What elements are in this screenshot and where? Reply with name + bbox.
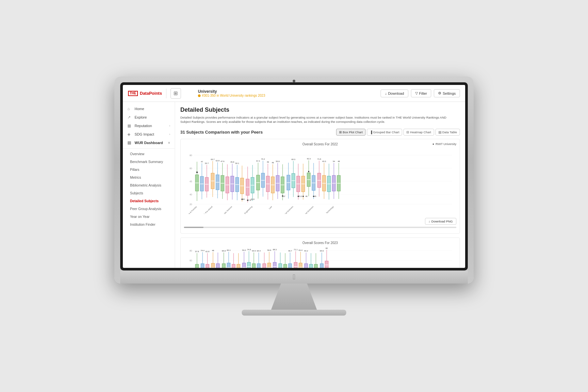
svg-text:37: 37	[283, 195, 286, 197]
settings-button[interactable]: ⚙ Settings	[434, 89, 460, 97]
svg-rect-255	[325, 261, 328, 268]
svg-text:54: 54	[333, 160, 335, 162]
boxplot-group-6: 47.6	[220, 160, 224, 199]
chevron-reputation: ›	[169, 124, 170, 127]
app-logo: THE DataPoints	[128, 91, 162, 96]
sidebar-item-institution-finder[interactable]: Institution Finder	[123, 220, 175, 228]
brand-name: DataPoints	[140, 91, 162, 96]
svg-text:71.6: 71.6	[317, 158, 321, 160]
svg-text:49: 49	[267, 161, 269, 163]
sidebar-item-explore[interactable]: ↗ Explore	[123, 113, 175, 122]
boxplot-group-4: 63.7	[211, 158, 215, 197]
main-content: Detailed Subjects Detailed Subjects prov…	[175, 102, 465, 268]
sidebar-item-subjects[interactable]: Subjects	[123, 189, 175, 197]
boxplot-group-3: 52.7	[205, 162, 209, 198]
tab-data-table-label: Data Table	[442, 130, 457, 134]
top-bar-actions: ↓ Download ▽ Filter ⚙ Settings	[381, 89, 460, 97]
box-plot-svg-2022: 80 60 45 40 20	[184, 149, 452, 214]
bp2023-18: 39	[284, 253, 288, 268]
sidebar-label-pillars: Pillars	[130, 168, 139, 172]
sidebar-item-pillars[interactable]: Pillars	[123, 166, 175, 173]
tab-heatmap[interactable]: ⊟ Heatmap Chart	[403, 129, 434, 136]
university-rank: #301-350 in World University rankings 20…	[198, 94, 377, 97]
legend-label: RMIT University	[435, 142, 456, 146]
tab-data-table[interactable]: ▤ Data Table	[435, 129, 460, 136]
chart-2023: Overall Scores For 2023	[180, 237, 460, 268]
bp2023-7: 60.1	[227, 249, 231, 268]
scrollbar-2022[interactable]	[184, 227, 456, 228]
sidebar-item-bibliometric[interactable]: Bibliometric Analysis	[123, 181, 175, 189]
tab-heatmap-label: Heatmap Chart	[410, 130, 431, 134]
boxplot-group-21: 45.6	[297, 164, 302, 200]
sidebar-item-sdg[interactable]: ◈ SDG Impact ›	[123, 130, 175, 139]
svg-text:60.1: 60.1	[227, 249, 231, 251]
svg-text:Engineering: Engineering	[244, 205, 253, 214]
svg-text:20.8: 20.8	[251, 198, 254, 200]
boxplot-group-12: 20.8	[251, 165, 254, 201]
bp2023-26: 82	[325, 247, 328, 268]
chevron-wur: ∨	[168, 141, 170, 144]
sidebar-item-metrics[interactable]: Metrics	[123, 173, 175, 181]
sdg-icon: ◈	[127, 132, 132, 137]
svg-rect-160	[211, 263, 215, 268]
svg-text:48: 48	[338, 160, 340, 162]
page-description: Detailed Subjects provides performance i…	[180, 115, 448, 124]
sidebar-label-sdg: SDG Impact	[135, 132, 154, 136]
sidebar-label-benchmark: Benchmark Summary	[130, 160, 163, 164]
x-axis-label-8: Technology	[326, 205, 334, 214]
boxplot-group-20: 60.3	[291, 158, 295, 197]
bp2023-12: 54.5	[252, 250, 256, 268]
sidebar-label-year-on-year: Year on Year	[130, 215, 150, 219]
explore-icon: ↗	[127, 115, 132, 120]
data-table-icon: ▤	[438, 130, 441, 134]
svg-text:Social Sciences: Social Sciences	[303, 205, 314, 214]
bp2023-5: 46.7	[216, 253, 221, 268]
svg-rect-156	[206, 264, 209, 268]
settings-icon: ⚙	[438, 91, 441, 95]
tab-grouped-bar[interactable]: ▐ Grouped Bar Chart	[367, 129, 402, 136]
svg-text:Physical Sciences: Physical Sciences	[281, 205, 293, 214]
sidebar-item-reputation[interactable]: ▦ Reputation ›	[123, 122, 175, 130]
svg-text:Law: Law	[269, 205, 272, 209]
svg-text:43.3: 43.3	[322, 160, 326, 162]
svg-rect-215	[279, 264, 282, 268]
filter-icon: ▽	[415, 91, 418, 95]
bp2023-25: 64.6	[320, 250, 324, 268]
tab-box-plot[interactable]: ⊞ Box Plot Chart	[336, 129, 366, 136]
svg-text:54.2: 54.2	[304, 250, 308, 252]
filter-button[interactable]: ▽ Filter	[411, 89, 431, 97]
download-button[interactable]: ↓ Download	[381, 90, 408, 97]
download-png-button-2022[interactable]: ↓ Download PNG	[425, 218, 456, 225]
wur-icon: ▤	[127, 140, 132, 145]
svg-text:53.2: 53.2	[242, 249, 246, 251]
monitor-screen: THE DataPoints ⊞ University #301-350 in …	[123, 85, 465, 268]
svg-text:Clinical, Pre-clinical: Clinical, Pre-clinical	[200, 205, 213, 214]
svg-point-106	[308, 171, 309, 172]
svg-text:68.3: 68.3	[273, 249, 277, 251]
svg-text:71.1: 71.1	[294, 249, 298, 251]
sidebar-item-home[interactable]: ⌂ Home	[123, 105, 175, 113]
section-title: 31 Subjects Comparison with your Peers	[180, 130, 263, 135]
apple-logo: 	[293, 273, 295, 281]
svg-text:74.4: 74.4	[201, 250, 204, 252]
svg-text:Computer Science: Computer Science	[220, 205, 233, 214]
boxplot-group-2: 47	[200, 161, 204, 199]
svg-text:60.3: 60.3	[291, 158, 295, 160]
sidebar-item-peer-group[interactable]: Peer Group Analysis	[123, 205, 175, 213]
svg-text:49: 49	[272, 162, 274, 164]
sidebar-item-year-on-year[interactable]: Year on Year	[123, 213, 175, 220]
bp2023-1: 57.8	[195, 251, 199, 268]
sidebar-item-benchmark[interactable]: Benchmark Summary	[123, 158, 175, 166]
sidebar-item-overview[interactable]: Overview	[123, 150, 175, 158]
svg-text:60: 60	[189, 167, 192, 170]
chart-2022: Overall Scores For 2022 ● RMIT Universit…	[180, 139, 460, 234]
x-axis-label-3: Computer Science	[220, 205, 233, 214]
svg-text:45: 45	[189, 180, 192, 183]
svg-text:Agriculture & Forestry: Agriculture & Forestry	[184, 205, 197, 214]
bp2023-16: 68.3	[273, 249, 277, 268]
sidebar-item-detailed-subjects[interactable]: Detailed Subjects	[123, 197, 175, 205]
boxplot-group-7	[226, 164, 229, 200]
download-png-2022: ↓ Download PNG	[184, 218, 456, 225]
sidebar-item-wur[interactable]: ▤ WUR Dashboard ∨	[123, 139, 175, 147]
svg-text:52.7: 52.7	[205, 162, 209, 164]
